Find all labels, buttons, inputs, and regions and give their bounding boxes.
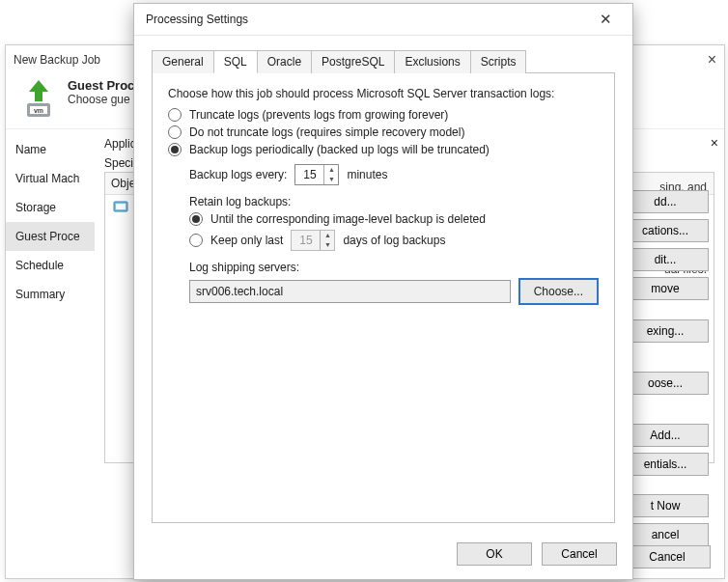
nav-item-guest[interactable]: Guest Proce bbox=[6, 222, 95, 251]
wizard-title: New Backup Job bbox=[14, 45, 100, 74]
wizard-icon: vm bbox=[17, 78, 60, 121]
retain-label: Retain log backups: bbox=[189, 195, 599, 208]
radio-icon bbox=[168, 143, 182, 156]
dialog-close-icon[interactable]: ✕ bbox=[586, 6, 625, 33]
dialog-title: Processing Settings bbox=[146, 13, 248, 26]
opt-truncate[interactable]: Truncate logs (prevents logs from growin… bbox=[168, 108, 599, 122]
wizard-nav: Name Virtual Mach Storage Guest Proce Sc… bbox=[6, 129, 95, 539]
log-shipping-label: Log shipping servers: bbox=[189, 261, 599, 274]
nav-item-schedule[interactable]: Schedule bbox=[6, 251, 95, 280]
side-buttons-group5: t Now ancel bbox=[622, 494, 709, 546]
dialog-content: General SQL Oracle PostgreSQL Exclusions… bbox=[134, 36, 632, 533]
wizard-header-sub: Choose gue bbox=[68, 93, 134, 106]
side-buttons-group2: exing... bbox=[622, 319, 709, 343]
side-buttons-group4: Add... entials... bbox=[622, 424, 709, 476]
wizard-header-text: Guest Proc Choose gue bbox=[68, 78, 134, 106]
spinner-arrows: ▲▼ bbox=[320, 231, 334, 250]
radio-icon bbox=[168, 108, 182, 122]
spinner-arrows[interactable]: ▲▼ bbox=[323, 165, 338, 184]
dialog-footer: OK Cancel bbox=[134, 533, 632, 579]
tab-oracle[interactable]: Oracle bbox=[257, 50, 312, 73]
vm-icon bbox=[113, 199, 128, 214]
btn-cancel-bg[interactable]: ancel bbox=[622, 523, 709, 546]
opt-no-truncate-label: Do not truncate logs (requires simple re… bbox=[189, 125, 464, 139]
radio-icon bbox=[189, 234, 203, 247]
wizard-header-title: Guest Proc bbox=[68, 78, 134, 93]
tab-postgresql[interactable]: PostgreSQL bbox=[311, 50, 395, 73]
btn-indexing[interactable]: exing... bbox=[622, 319, 709, 343]
tab-strip: General SQL Oracle PostgreSQL Exclusions… bbox=[152, 49, 615, 73]
inner-close-icon[interactable]: × bbox=[711, 135, 718, 151]
choose-button[interactable]: Choose... bbox=[518, 278, 599, 305]
btn-choose-bg[interactable]: oose... bbox=[622, 372, 709, 395]
tab-general[interactable]: General bbox=[152, 50, 214, 73]
backup-every-value: 15 bbox=[295, 168, 323, 181]
side-buttons-group3: oose... bbox=[622, 372, 709, 395]
btn-remove[interactable]: move bbox=[622, 277, 709, 300]
processing-settings-dialog: Processing Settings ✕ General SQL Oracle… bbox=[133, 3, 633, 580]
retain-opt-keep-last[interactable]: Keep only last 15 ▲▼ days of log backups bbox=[189, 230, 599, 251]
backup-every-row: Backup logs every: 15 ▲▼ minutes bbox=[189, 164, 599, 185]
backup-every-label: Backup logs every: bbox=[189, 168, 287, 181]
retain-opt2-post: days of log backups bbox=[343, 234, 445, 247]
svg-rect-4 bbox=[116, 204, 126, 209]
opt-backup-label: Backup logs periodically (backed up logs… bbox=[189, 143, 490, 156]
tab-exclusions[interactable]: Exclusions bbox=[394, 50, 470, 73]
wizard-footer: Cancel bbox=[624, 545, 711, 568]
btn-add2[interactable]: Add... bbox=[622, 424, 709, 447]
retain-opt1-label: Until the corresponding image-level back… bbox=[210, 212, 486, 226]
btn-add1[interactable]: dd... bbox=[622, 190, 709, 213]
keep-days-value: 15 bbox=[292, 234, 320, 247]
opt-no-truncate[interactable]: Do not truncate logs (requires simple re… bbox=[168, 125, 599, 139]
btn-edit[interactable]: dit... bbox=[622, 248, 709, 271]
tab-sql[interactable]: SQL bbox=[213, 50, 258, 73]
side-buttons-group1: dd... cations... dit... move bbox=[622, 190, 709, 300]
backup-every-spinner[interactable]: 15 ▲▼ bbox=[294, 164, 339, 185]
nav-item-name[interactable]: Name bbox=[6, 135, 95, 164]
svg-text:vm: vm bbox=[34, 107, 43, 114]
keep-days-spinner: 15 ▲▼ bbox=[291, 230, 335, 251]
radio-icon bbox=[189, 212, 203, 226]
btn-applications[interactable]: cations... bbox=[622, 219, 709, 242]
btn-test-now[interactable]: t Now bbox=[622, 494, 709, 517]
panel-description: Choose how this job should process Micro… bbox=[168, 87, 599, 100]
cancel-button[interactable]: Cancel bbox=[542, 542, 617, 566]
wizard-cancel-button[interactable]: Cancel bbox=[624, 545, 711, 568]
dialog-titlebar: Processing Settings ✕ bbox=[134, 4, 632, 36]
nav-item-storage[interactable]: Storage bbox=[6, 193, 95, 222]
opt-truncate-label: Truncate logs (prevents logs from growin… bbox=[189, 108, 448, 122]
tab-scripts[interactable]: Scripts bbox=[470, 50, 527, 73]
nav-item-vm[interactable]: Virtual Mach bbox=[6, 164, 95, 193]
retain-opt2-pre: Keep only last bbox=[210, 234, 283, 247]
close-icon[interactable]: × bbox=[708, 45, 716, 74]
backup-every-unit: minutes bbox=[347, 168, 387, 181]
opt-backup-periodically[interactable]: Backup logs periodically (backed up logs… bbox=[168, 143, 599, 156]
log-shipping-field: srv006.tech.local bbox=[189, 280, 511, 303]
btn-credentials[interactable]: entials... bbox=[622, 453, 709, 476]
ok-button[interactable]: OK bbox=[457, 542, 532, 566]
sql-panel: Choose how this job should process Micro… bbox=[152, 73, 615, 523]
radio-icon bbox=[168, 125, 182, 139]
retain-opt-until-deleted[interactable]: Until the corresponding image-level back… bbox=[189, 212, 599, 226]
log-shipping-row: srv006.tech.local Choose... bbox=[189, 278, 599, 305]
nav-item-summary[interactable]: Summary bbox=[6, 280, 95, 309]
